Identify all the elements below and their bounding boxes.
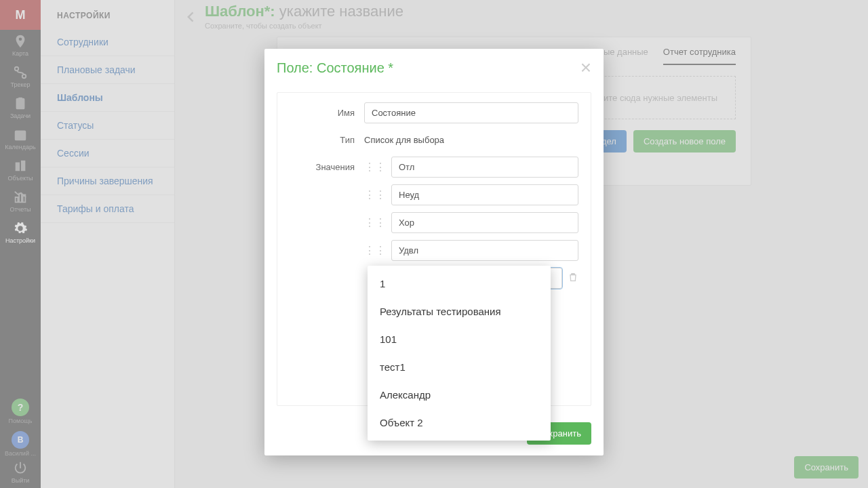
suggestion-option[interactable]: Александр bbox=[368, 381, 551, 409]
value-input-3[interactable] bbox=[391, 240, 578, 261]
drag-handle-icon[interactable]: ⋮⋮ bbox=[364, 188, 386, 201]
field-type-value: Список для выбора bbox=[364, 130, 444, 150]
value-input-0[interactable] bbox=[391, 157, 578, 178]
suggestion-option[interactable]: 1 bbox=[368, 270, 551, 298]
modal-close-button[interactable]: × bbox=[580, 58, 591, 77]
field-name-input[interactable] bbox=[364, 102, 578, 123]
autocomplete-dropdown: 1 Результаты тестирования 101 тест1 Алек… bbox=[368, 266, 551, 441]
close-icon: × bbox=[580, 57, 591, 78]
label-type: Тип bbox=[290, 135, 364, 145]
suggestion-option[interactable]: Объект 2 bbox=[368, 409, 551, 436]
value-input-1[interactable] bbox=[391, 184, 578, 205]
delete-value-button[interactable] bbox=[568, 272, 578, 285]
drag-handle-icon[interactable]: ⋮⋮ bbox=[364, 216, 386, 229]
label-values: Значения bbox=[290, 162, 364, 172]
value-input-2[interactable] bbox=[391, 212, 578, 233]
drag-handle-icon[interactable]: ⋮⋮ bbox=[364, 161, 386, 174]
suggestion-option[interactable]: 101 bbox=[368, 325, 551, 353]
suggestion-option[interactable]: тест1 bbox=[368, 353, 551, 381]
modal-title: Поле: Состояние * bbox=[277, 60, 393, 76]
label-name: Имя bbox=[290, 108, 364, 118]
drag-handle-icon[interactable]: ⋮⋮ bbox=[364, 244, 386, 257]
trash-icon bbox=[568, 272, 578, 283]
suggestion-option[interactable]: Результаты тестирования bbox=[368, 298, 551, 325]
